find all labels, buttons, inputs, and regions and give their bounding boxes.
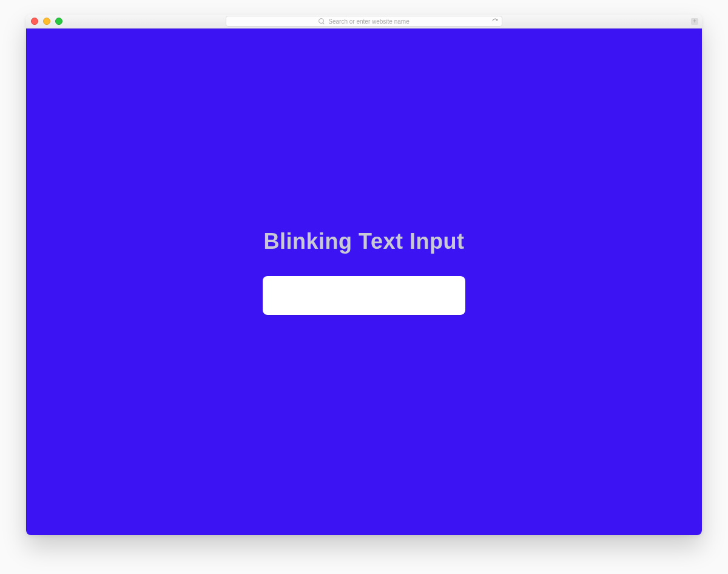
plus-icon: + bbox=[693, 18, 696, 24]
minimize-window-button[interactable] bbox=[43, 18, 50, 25]
close-window-button[interactable] bbox=[31, 18, 38, 25]
titlebar: Search or enter website name + bbox=[26, 15, 702, 29]
address-bar-wrap: Search or enter website name bbox=[226, 16, 502, 27]
search-icon bbox=[318, 18, 325, 24]
page-content: Blinking Text Input bbox=[26, 29, 702, 535]
traffic-lights bbox=[31, 18, 62, 25]
address-bar[interactable]: Search or enter website name bbox=[226, 16, 502, 27]
blinking-text-input[interactable] bbox=[263, 276, 465, 315]
browser-window: Search or enter website name + Blinking … bbox=[26, 15, 702, 535]
new-tab-button[interactable]: + bbox=[691, 18, 698, 25]
address-placeholder: Search or enter website name bbox=[328, 18, 409, 25]
maximize-window-button[interactable] bbox=[55, 18, 62, 25]
page-heading: Blinking Text Input bbox=[264, 229, 465, 254]
reload-icon[interactable] bbox=[492, 18, 498, 24]
